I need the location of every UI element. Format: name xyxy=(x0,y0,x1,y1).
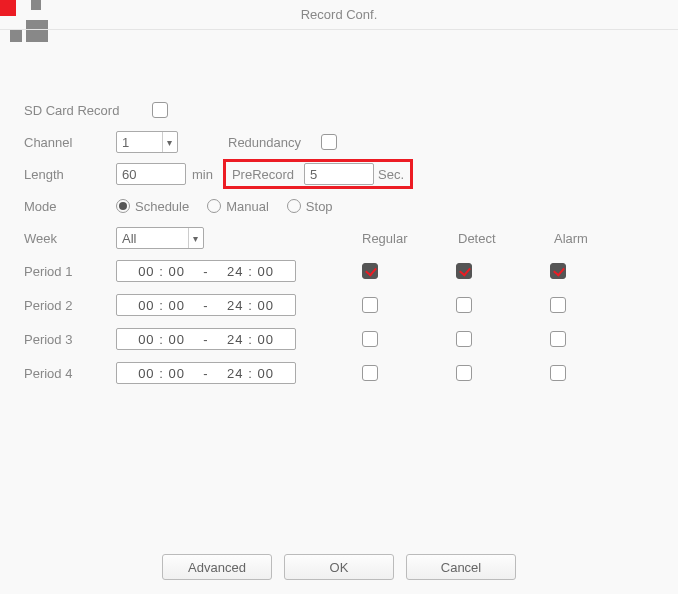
length-value: 60 xyxy=(122,167,136,182)
period-alarm-checkbox[interactable] xyxy=(550,263,566,279)
week-select[interactable]: All ▾ xyxy=(116,227,204,249)
prerecord-value: 5 xyxy=(310,167,317,182)
period-alarm-checkbox[interactable] xyxy=(550,365,566,381)
period-regular-checkbox[interactable] xyxy=(362,263,378,279)
period-detect-checkbox[interactable] xyxy=(456,331,472,347)
mode-stop-text: Stop xyxy=(306,199,333,214)
redundancy-checkbox[interactable] xyxy=(321,134,337,150)
period-label: Period 2 xyxy=(24,298,116,313)
redundancy-label: Redundancy xyxy=(228,135,301,150)
column-alarm: Alarm xyxy=(554,231,650,246)
length-input[interactable]: 60 xyxy=(116,163,186,185)
period-label: Period 3 xyxy=(24,332,116,347)
channel-value: 1 xyxy=(122,135,129,150)
week-label: Week xyxy=(24,231,116,246)
column-regular: Regular xyxy=(362,231,458,246)
mode-stop-radio[interactable]: Stop xyxy=(287,199,333,214)
period-time-range[interactable]: 00 : 00 - 24 : 00 xyxy=(116,328,296,350)
mode-manual-radio[interactable]: Manual xyxy=(207,199,269,214)
sd-card-record-label: SD Card Record xyxy=(24,103,152,118)
prerecord-highlight: PreRecord 5 Sec. xyxy=(223,159,413,189)
content-area: SD Card Record Channel 1 ▾ Redundancy Le… xyxy=(0,30,678,390)
period-time-range[interactable]: 00 : 00 - 24 : 00 xyxy=(116,260,296,282)
prerecord-label: PreRecord xyxy=(232,167,294,182)
period-alarm-checkbox[interactable] xyxy=(550,331,566,347)
minutes-unit: min xyxy=(192,167,213,182)
sd-card-record-checkbox[interactable] xyxy=(152,102,168,118)
period-detect-checkbox[interactable] xyxy=(456,365,472,381)
channel-select[interactable]: 1 ▾ xyxy=(116,131,178,153)
seconds-unit: Sec. xyxy=(378,167,404,182)
channel-label: Channel xyxy=(24,135,116,150)
period-regular-checkbox[interactable] xyxy=(362,365,378,381)
mode-schedule-text: Schedule xyxy=(135,199,189,214)
period-detect-checkbox[interactable] xyxy=(456,297,472,313)
mode-schedule-radio[interactable]: Schedule xyxy=(116,199,189,214)
chevron-down-icon: ▾ xyxy=(188,228,198,248)
record-config-window: Record Conf. SD Card Record Channel 1 ▾ … xyxy=(0,0,678,594)
period-detect-checkbox[interactable] xyxy=(456,263,472,279)
period-label: Period 1 xyxy=(24,264,116,279)
radio-icon xyxy=(207,199,221,213)
period-label: Period 4 xyxy=(24,366,116,381)
chevron-down-icon: ▾ xyxy=(162,132,172,152)
prerecord-input[interactable]: 5 xyxy=(304,163,374,185)
period-regular-checkbox[interactable] xyxy=(362,331,378,347)
radio-icon xyxy=(287,199,301,213)
period-time-range[interactable]: 00 : 00 - 24 : 00 xyxy=(116,362,296,384)
window-title: Record Conf. xyxy=(301,7,378,22)
period-regular-checkbox[interactable] xyxy=(362,297,378,313)
period-row: Period 100 : 00 - 24 : 00 xyxy=(24,254,654,288)
radio-icon xyxy=(116,199,130,213)
footer: Advanced OK Cancel xyxy=(0,554,678,580)
period-row: Period 300 : 00 - 24 : 00 xyxy=(24,322,654,356)
period-row: Period 200 : 00 - 24 : 00 xyxy=(24,288,654,322)
titlebar: Record Conf. xyxy=(0,0,678,30)
advanced-button[interactable]: Advanced xyxy=(162,554,272,580)
length-label: Length xyxy=(24,167,116,182)
period-alarm-checkbox[interactable] xyxy=(550,297,566,313)
period-row: Period 400 : 00 - 24 : 00 xyxy=(24,356,654,390)
ok-button[interactable]: OK xyxy=(284,554,394,580)
cancel-button[interactable]: Cancel xyxy=(406,554,516,580)
period-time-range[interactable]: 00 : 00 - 24 : 00 xyxy=(116,294,296,316)
mode-label: Mode xyxy=(24,199,116,214)
week-value: All xyxy=(122,231,136,246)
mode-manual-text: Manual xyxy=(226,199,269,214)
column-detect: Detect xyxy=(458,231,554,246)
